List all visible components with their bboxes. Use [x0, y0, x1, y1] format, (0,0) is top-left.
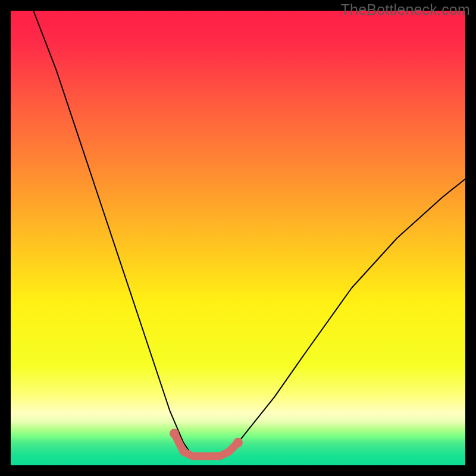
bottleneck-chart [11, 11, 465, 465]
watermark-text: TheBottleneck.com [341, 1, 470, 18]
plot-area [11, 11, 465, 465]
chart-frame: TheBottleneck.com [0, 0, 476, 476]
highlight-endpoint-1 [233, 438, 243, 447]
highlight-endpoint-0 [170, 429, 179, 439]
